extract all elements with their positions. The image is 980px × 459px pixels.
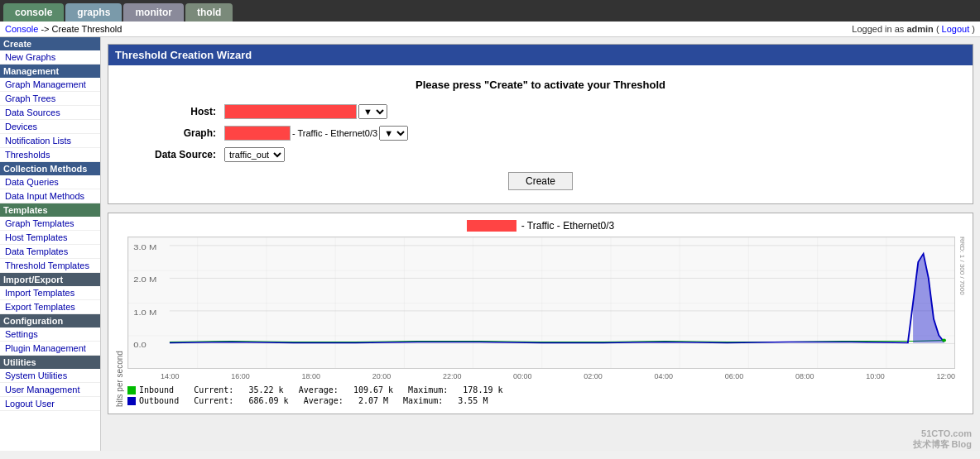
- tab-graphs[interactable]: graphs: [65, 3, 122, 22]
- legend-inbound-text: Inbound Current: 35.22 k Average: 109.67…: [139, 385, 503, 394]
- y-axis-label: bits per second: [115, 237, 124, 407]
- sidebar-item-data-input-methods[interactable]: Data Input Methods: [0, 189, 100, 203]
- sidebar-item-thresholds[interactable]: Thresholds: [0, 148, 100, 162]
- tab-console[interactable]: console: [3, 3, 64, 22]
- wizard-body: Please press "Create" to activate your T…: [108, 65, 973, 203]
- sidebar-section-collection-methods: Collection Methods: [0, 162, 100, 175]
- svg-text:3.0 M: 3.0 M: [133, 243, 156, 251]
- sidebar-section-management: Management: [0, 65, 100, 78]
- sidebar-item-new-graphs[interactable]: New Graphs: [0, 50, 100, 65]
- wizard-header: Threshold Creation Wizard: [108, 45, 973, 65]
- sidebar-item-graph-templates[interactable]: Graph Templates: [0, 217, 100, 231]
- legend-outbound-text: Outbound Current: 686.09 k Average: 2.07…: [139, 396, 488, 405]
- graph-select[interactable]: ▼: [379, 126, 408, 141]
- host-label: Host:: [125, 106, 224, 117]
- datasource-select[interactable]: traffic_out: [224, 147, 285, 162]
- logout-link[interactable]: Logout: [942, 24, 970, 34]
- graph-input-group: - Traffic - Ethernet0/3 ▼: [224, 126, 408, 141]
- sidebar-item-import-templates[interactable]: Import Templates: [0, 286, 100, 300]
- top-nav: console graphs monitor thold: [0, 0, 980, 22]
- content-area: Threshold Creation Wizard Please press "…: [101, 37, 980, 451]
- datasource-row: Data Source: traffic_out: [125, 147, 956, 162]
- wizard-box: Threshold Creation Wizard Please press "…: [108, 44, 973, 204]
- breadcrumb: Console -> Create Threshold: [5, 24, 122, 34]
- legend-outbound-color: [127, 397, 136, 405]
- tab-monitor[interactable]: monitor: [123, 3, 184, 22]
- svg-text:0.0: 0.0: [133, 341, 147, 349]
- sidebar-item-graph-management[interactable]: Graph Management: [0, 78, 100, 92]
- breadcrumb-current: Create Threshold: [52, 24, 122, 34]
- legend-inbound-color: [127, 386, 136, 394]
- datasource-select-group: traffic_out: [224, 147, 285, 162]
- graph-legend: Inbound Current: 35.22 k Average: 109.67…: [127, 385, 955, 405]
- sidebar-item-data-templates[interactable]: Data Templates: [0, 245, 100, 259]
- graph-suffix: - Traffic - Ethernet0/3: [292, 128, 377, 138]
- svg-rect-0: [128, 237, 954, 368]
- login-user: admin: [906, 24, 933, 34]
- watermark: 51CTO.com 技术博客 Blog: [913, 428, 973, 451]
- graph-x-labels: 14:00 16:00 18:00 20:00 22:00 00:00 02:0…: [127, 371, 955, 382]
- sidebar-item-export-templates[interactable]: Export Templates: [0, 300, 100, 314]
- graph-container: 3.0 M 2.0 M 1.0 M 0.0: [127, 237, 955, 407]
- graph-field[interactable]: [224, 126, 291, 141]
- sidebar-section-templates: Templates: [0, 203, 100, 217]
- create-btn-row: Create: [125, 172, 956, 190]
- sidebar-item-data-sources[interactable]: Data Sources: [0, 106, 100, 120]
- sidebar-item-settings[interactable]: Settings: [0, 328, 100, 342]
- sidebar-section-create: Create: [0, 37, 100, 50]
- datasource-label: Data Source:: [125, 149, 224, 160]
- watermark-line2: 技术博客 Blog: [913, 438, 973, 451]
- sidebar-item-host-templates[interactable]: Host Templates: [0, 231, 100, 245]
- sidebar-item-plugin-management[interactable]: Plugin Management: [0, 342, 100, 356]
- sidebar-item-graph-trees[interactable]: Graph Trees: [0, 92, 100, 106]
- graph-svg: 3.0 M 2.0 M 1.0 M 0.0: [127, 237, 955, 369]
- sidebar-section-configuration: Configuration: [0, 314, 100, 328]
- sidebar-item-system-utilities[interactable]: System Utilities: [0, 369, 100, 383]
- host-input-group: ▼: [224, 104, 387, 119]
- breadcrumb-console-link[interactable]: Console: [5, 24, 38, 34]
- breadcrumb-separator: ->: [41, 24, 51, 34]
- main-layout: Create New Graphs Management Graph Manag…: [0, 37, 980, 451]
- right-axis-label: RRD: 1 / 300 / 7000: [958, 237, 966, 407]
- sidebar: Create New Graphs Management Graph Manag…: [0, 37, 101, 451]
- svg-text:2.0 M: 2.0 M: [133, 275, 156, 284]
- breadcrumb-bar: Console -> Create Threshold Logged in as…: [0, 22, 980, 37]
- legend-inbound-row: Inbound Current: 35.22 k Average: 109.67…: [127, 385, 955, 394]
- sidebar-section-import-export: Import/Export: [0, 273, 100, 286]
- graph-box: - Traffic - Ethernet0/3 bits per second: [108, 213, 973, 414]
- host-select[interactable]: ▼: [358, 104, 387, 119]
- graph-label: Graph:: [125, 127, 224, 139]
- graph-title: - Traffic - Ethernet0/3: [115, 220, 966, 232]
- sidebar-section-utilities: Utilities: [0, 356, 100, 369]
- graph-row: Graph: - Traffic - Ethernet0/3 ▼: [125, 126, 956, 141]
- host-row: Host: ▼: [125, 104, 956, 119]
- graph-title-color-block: [467, 220, 516, 232]
- svg-point-10: [942, 338, 946, 342]
- login-info: Logged in as admin ( Logout ): [852, 24, 975, 34]
- legend-outbound-row: Outbound Current: 686.09 k Average: 2.07…: [127, 396, 955, 405]
- sidebar-item-data-queries[interactable]: Data Queries: [0, 175, 100, 189]
- svg-text:1.0 M: 1.0 M: [133, 308, 156, 317]
- create-button[interactable]: Create: [508, 172, 573, 190]
- host-field[interactable]: [224, 104, 357, 119]
- sidebar-item-logout-user[interactable]: Logout User: [0, 397, 100, 411]
- sidebar-item-threshold-templates[interactable]: Threshold Templates: [0, 259, 100, 273]
- wizard-subtitle: Please press "Create" to activate your T…: [125, 79, 956, 91]
- watermark-line1: 51CTO.com: [913, 428, 973, 438]
- graph-area: bits per second 3.0 M 2.0 M: [115, 237, 966, 407]
- sidebar-item-user-management[interactable]: User Management: [0, 383, 100, 397]
- tab-thold[interactable]: thold: [185, 3, 233, 22]
- sidebar-item-devices[interactable]: Devices: [0, 120, 100, 134]
- login-prefix: Logged in as: [852, 24, 906, 34]
- sidebar-item-notification-lists[interactable]: Notification Lists: [0, 134, 100, 148]
- graph-title-text: - Traffic - Ethernet0/3: [521, 220, 615, 232]
